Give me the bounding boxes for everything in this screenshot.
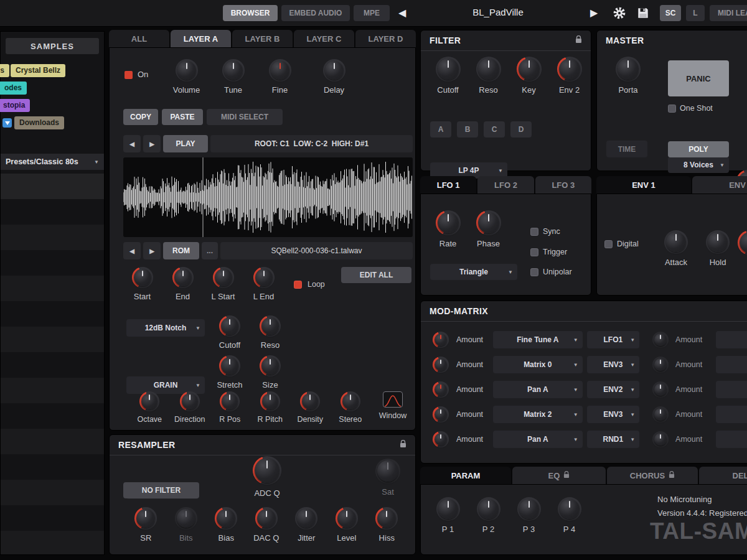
group-b-button[interactable]: B [457,121,478,138]
env-digital-checkbox[interactable] [604,240,613,248]
mod-amount-knob[interactable] [433,406,449,422]
embed-audio-button[interactable]: EMBED AUDIO [281,5,350,21]
edit-all-button[interactable]: EDIT ALL [341,267,411,283]
list-item[interactable] [1,454,104,480]
mod-dest-dropdown[interactable]: Fine Tune A▼ [493,331,583,348]
list-item[interactable] [1,531,104,554]
filter-cutoff-knob[interactable] [436,57,461,82]
end-knob[interactable] [172,267,194,288]
browse-file-button[interactable]: ... [202,242,218,259]
tab-lfo-3[interactable]: LFO 3 [535,176,591,194]
list-item[interactable] [1,378,104,403]
browser-button[interactable]: BROWSER [223,5,278,21]
mod-amount2-knob[interactable] [652,357,669,373]
start-knob[interactable] [132,267,153,288]
rpos-knob[interactable] [220,391,240,411]
tab-env-1[interactable]: ENV 1 [596,176,691,194]
jitter-knob[interactable] [295,507,317,530]
loop-start-knob[interactable] [213,267,234,288]
preset-name[interactable]: BL_PadVille [423,7,573,17]
tab-all[interactable]: ALL [109,30,169,47]
mod-amount2-knob[interactable] [652,406,669,422]
sample-filter-type-dropdown[interactable]: 12dB Notch ▼ [126,319,205,337]
fine-knob[interactable] [269,59,291,82]
mod-source-dropdown[interactable]: ENV2▼ [587,381,639,398]
poly-button[interactable]: POLY [668,141,729,157]
tab-env-2[interactable]: ENV 2 [692,176,747,194]
list-item[interactable] [1,276,104,301]
next-preset-icon[interactable]: ▶ [590,7,598,19]
p3-knob[interactable] [517,497,541,521]
tab-chorus[interactable]: CHORUS [607,467,698,484]
window-curve-icon[interactable] [383,391,403,408]
prev-preset-icon[interactable]: ◀ [398,7,406,19]
list-item[interactable] [1,174,104,199]
tab-lfo-1[interactable]: LFO 1 [420,176,476,194]
waveform-display[interactable] [123,157,413,237]
layer-cutoff-knob[interactable] [219,315,240,337]
mod-dest2-dropdown[interactable] [716,381,747,398]
mod-source-dropdown[interactable]: RND1▼ [587,431,639,448]
play-button[interactable]: PLAY [163,135,208,152]
tag-chip-crystal-bellz[interactable]: Crystal Bellz [11,64,65,77]
tab-param[interactable]: PARAM [420,467,511,484]
panic-button[interactable]: PANIC [668,60,729,96]
density-knob[interactable] [300,391,320,411]
sample-prev-button[interactable]: ◀ [123,135,141,152]
mod-amount2-knob[interactable] [652,381,669,398]
mpe-button[interactable]: MPE [354,5,390,21]
clipped-knob[interactable] [738,230,747,255]
sample-next-button[interactable]: ▶ [143,135,161,152]
tune-knob[interactable] [222,59,245,82]
level-knob[interactable] [336,507,358,530]
mod-amount-knob[interactable] [433,431,449,447]
mod-dest-dropdown[interactable]: Matrix 2▼ [493,406,583,423]
tab-layer-c[interactable]: LAYER C [294,30,354,47]
lfo-sync-checkbox[interactable] [530,228,538,236]
list-item[interactable] [1,429,104,454]
list-item[interactable] [1,505,104,531]
mod-dest2-dropdown[interactable] [716,356,747,373]
filter-env2-knob[interactable] [557,57,582,82]
lfo-shape-dropdown[interactable]: Triangle ▼ [430,264,517,280]
env-hold-knob[interactable] [706,230,730,254]
mod-dest2-dropdown[interactable] [716,431,747,448]
mod-source-dropdown[interactable]: LFO1▼ [587,331,639,348]
group-d-button[interactable]: D [510,121,532,138]
tab-eq[interactable]: EQ [512,467,606,484]
one-shot-checkbox[interactable] [668,105,676,113]
sat-knob[interactable] [375,459,400,483]
dac-q-knob[interactable] [255,507,278,530]
list-item[interactable] [1,352,104,378]
mod-amount2-knob[interactable] [652,431,669,447]
mod-amount-knob[interactable] [433,381,449,398]
p4-knob[interactable] [558,497,581,521]
paste-button[interactable]: PASTE [162,109,203,125]
filter-reso-knob[interactable] [476,57,501,82]
lfo-phase-knob[interactable] [476,210,501,235]
rom-prev-button[interactable]: ◀ [123,242,141,259]
list-item[interactable] [1,199,104,225]
list-item[interactable] [1,327,104,352]
list-item[interactable] [1,480,104,505]
mod-dest2-dropdown[interactable] [716,331,747,348]
sample-list[interactable] [1,174,104,554]
loop-checkbox[interactable] [294,281,302,289]
tab-layer-a[interactable]: LAYER A [171,30,231,47]
group-c-button[interactable]: C [484,121,505,138]
mod-amount-knob[interactable] [433,357,449,373]
group-a-button[interactable]: A [430,121,451,138]
rom-next-button[interactable]: ▶ [143,242,161,259]
mod-dest-dropdown[interactable]: Pan A▼ [493,381,583,398]
porta-knob[interactable] [616,57,641,82]
tag-chip-downloads[interactable]: Downloads [14,116,64,129]
adc-q-knob[interactable] [253,456,281,485]
sidechain-button[interactable]: SC [660,5,681,21]
list-item[interactable] [1,225,104,250]
preset-folder-dropdown[interactable]: Presets/Classic 80s ▼ [1,154,104,170]
volume-knob[interactable] [176,59,198,82]
stretch-knob[interactable] [219,355,240,376]
list-item[interactable] [1,250,104,276]
direction-knob[interactable] [180,391,200,411]
tab-layer-d[interactable]: LAYER D [355,30,416,47]
